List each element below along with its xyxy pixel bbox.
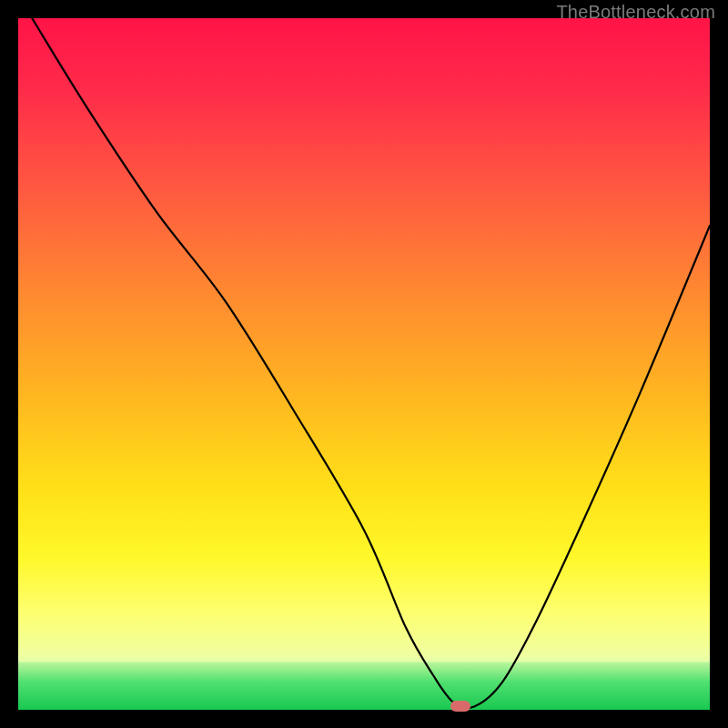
chart-frame: TheBottleneck.com <box>0 0 728 728</box>
minimum-marker <box>450 701 470 712</box>
plot-area <box>18 18 710 710</box>
watermark-text: TheBottleneck.com <box>556 2 715 23</box>
